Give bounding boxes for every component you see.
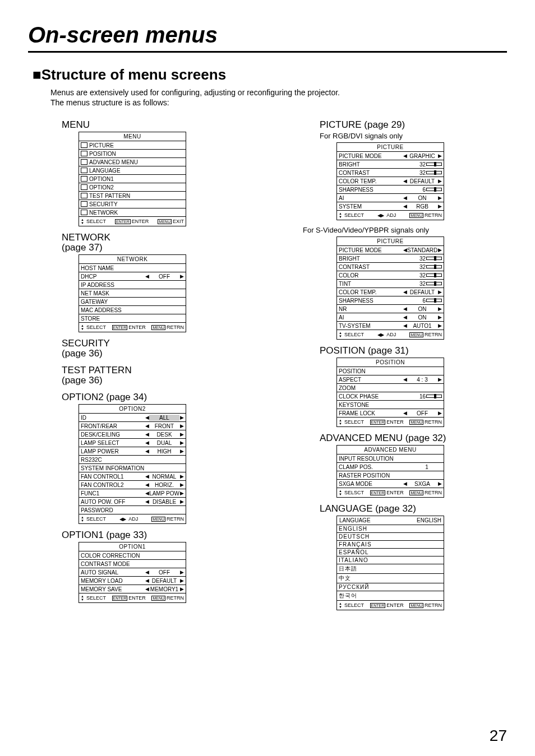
menu-item: OPTION1 bbox=[79, 174, 186, 183]
menu-row: IP ADDRESS bbox=[79, 280, 186, 289]
menu-row: COLOR TEMP.◀DEFAULT▶ bbox=[337, 287, 444, 296]
language-item: РУССКИЙ bbox=[337, 583, 444, 591]
menu-row: AUTO SIGNAL◀OFF▶ bbox=[79, 568, 186, 576]
label-language: LANGUAGE (page 32) bbox=[320, 503, 510, 514]
label-picture-svideo: For S-Video/Video/YPBPR signals only bbox=[303, 226, 510, 234]
menu-row: MAC ADDRESS bbox=[79, 305, 186, 314]
menu-row: BRIGHT32 bbox=[337, 160, 444, 168]
label-menu: MENU bbox=[62, 119, 230, 131]
menu-row: KEYSTONE bbox=[337, 400, 444, 409]
menu-row: SHARPNESS6 bbox=[337, 185, 444, 193]
menu-row: FAN CONTROL2◀HORIZ.▶ bbox=[79, 480, 186, 489]
menu-row: FUNC1◀LAMP POW▶ bbox=[79, 489, 186, 497]
menu-row: CONTRAST32 bbox=[337, 168, 444, 177]
menu-row: PASSWORD bbox=[79, 505, 186, 514]
osd-network: NETWORK HOST NAMEDHCP◀OFF▶IP ADDRESSNET … bbox=[79, 254, 186, 332]
page-title: On-screen menus bbox=[28, 22, 507, 53]
osd-option2: OPTION2 ID◀ALL▶FRONT/REAR◀FRONT▶DESK/CEI… bbox=[79, 404, 186, 524]
language-item: ENGLISH bbox=[337, 525, 444, 532]
menu-item: TEST PATTERN bbox=[79, 191, 186, 200]
menu-row: STORE bbox=[79, 314, 186, 322]
menu-row: FAN CONTROL1◀NORMAL▶ bbox=[79, 472, 186, 480]
menu-item: ADVANCED MENU bbox=[79, 157, 186, 166]
label-security: SECURITY bbox=[62, 338, 230, 349]
menu-row: INPUT RESOLUTION bbox=[337, 454, 444, 462]
menu-row: LAMP POWER◀HIGH▶ bbox=[79, 447, 186, 455]
menu-row: MEMORY LOAD◀DEFAULT▶ bbox=[79, 576, 186, 585]
menu-row: BRIGHT32 bbox=[337, 254, 444, 262]
label-security-page: (page 36) bbox=[62, 348, 230, 359]
label-network-page: (page 37) bbox=[62, 242, 230, 253]
osd-menu-title: MENU bbox=[79, 132, 186, 141]
language-item: FRANÇAIS bbox=[337, 540, 444, 548]
label-picture: PICTURE (page 29) bbox=[320, 119, 510, 131]
menu-item: OPTION2 bbox=[79, 183, 186, 191]
menu-item: LANGUAGE bbox=[79, 166, 186, 174]
menu-row: ZOOM bbox=[337, 383, 444, 392]
menu-row: PICTURE MODE◀STANDARD▶ bbox=[337, 245, 444, 254]
menu-item: SECURITY bbox=[79, 200, 186, 208]
menu-row: SHARPNESS6 bbox=[337, 296, 444, 304]
menu-row: NR◀ON▶ bbox=[337, 304, 444, 313]
menu-row: SXGA MODE◀SXGA▶ bbox=[337, 479, 444, 488]
label-picture-rgb: For RGB/DVI signals only bbox=[320, 132, 510, 140]
menu-row: DESK/CEILING◀DESK▶ bbox=[79, 430, 186, 438]
label-option2: OPTION2 (page 34) bbox=[62, 392, 230, 403]
label-network: NETWORK bbox=[62, 232, 230, 243]
menu-row: AI◀ON▶ bbox=[337, 193, 444, 202]
menu-row: PICTURE MODE◀GRAPHIC▶ bbox=[337, 151, 444, 160]
menu-row: HOST NAME bbox=[79, 263, 186, 272]
menu-row: COLOR CORRECTION bbox=[79, 551, 186, 559]
menu-row: DHCP◀OFF▶ bbox=[79, 272, 186, 280]
osd-advanced: ADVANCED MENU INPUT RESOLUTIONCLAMP POS.… bbox=[336, 445, 444, 498]
menu-row: RASTER POSITION bbox=[337, 471, 444, 479]
osd-position: POSITION POSITIONASPECT◀4 : 3▶ZOOMCLOCK … bbox=[336, 358, 444, 427]
language-item: ITALIANO bbox=[337, 556, 444, 564]
menu-item: PICTURE bbox=[79, 141, 186, 149]
menu-row: CONTRAST MODE bbox=[79, 559, 186, 568]
menu-row: LAMP SELECT◀DUAL▶ bbox=[79, 438, 186, 447]
menu-row: FRAME LOCK◀OFF▶ bbox=[337, 409, 444, 417]
osd-footer: SELECT ENTERENTER MENUEXIT bbox=[79, 216, 186, 226]
menu-row: GATEWAY bbox=[79, 297, 186, 305]
menu-row: FRONT/REAR◀FRONT▶ bbox=[79, 421, 186, 430]
menu-row: TV-SYSTEM◀AUTO1▶ bbox=[337, 321, 444, 330]
osd-menu: MENU PICTUREPOSITIONADVANCED MENULANGUAG… bbox=[79, 132, 186, 226]
language-item: 中文 bbox=[337, 573, 444, 583]
label-advanced: ADVANCED MENU (page 32) bbox=[320, 433, 510, 444]
menu-row: ID◀ALL▶ bbox=[79, 413, 186, 421]
menu-row: TINT32 bbox=[337, 279, 444, 287]
osd-picture-rgb: PICTURE PICTURE MODE◀GRAPHIC▶BRIGHT32 CO… bbox=[336, 142, 444, 220]
label-option1: OPTION1 (page 33) bbox=[62, 530, 230, 541]
language-item: DEUTSCH bbox=[337, 532, 444, 540]
label-testpattern: TEST PATTERN bbox=[62, 365, 230, 376]
menu-row: CONTRAST32 bbox=[337, 262, 444, 271]
language-item: 日本語 bbox=[337, 564, 444, 573]
osd-option1: OPTION1 COLOR CORRECTIONCONTRAST MODEAUT… bbox=[79, 542, 186, 603]
language-item: ESPAÑOL bbox=[337, 548, 444, 556]
language-item: 한국어 bbox=[337, 591, 444, 600]
osd-language: LANGUAGE ENGLISH ENGLISHDEUTSCHFRANÇAISE… bbox=[336, 516, 444, 610]
menu-item: NETWORK bbox=[79, 208, 186, 216]
menu-row: CLOCK PHASE16 bbox=[337, 392, 444, 400]
osd-picture-svideo: PICTURE PICTURE MODE◀STANDARD▶BRIGHT32 C… bbox=[336, 236, 444, 340]
section-title: ■Structure of menu screens bbox=[33, 66, 507, 84]
menu-row: CLAMP POS.1 bbox=[337, 462, 444, 471]
menu-row: POSITION bbox=[337, 367, 444, 375]
intro-line-2: The menus structure is as follows: bbox=[50, 98, 507, 107]
intro-line-1: Menus are extensively used for configuri… bbox=[50, 88, 507, 97]
menu-row: AI◀ON▶ bbox=[337, 313, 444, 321]
label-testpattern-page: (page 36) bbox=[62, 375, 230, 386]
menu-row: AUTO POW. OFF◀DISABLE▶ bbox=[79, 497, 186, 505]
menu-row: SYSTEM INFORMATION bbox=[79, 463, 186, 472]
menu-row: COLOR TEMP.◀DEFAULT▶ bbox=[337, 177, 444, 185]
label-position: POSITION (page 31) bbox=[320, 345, 510, 356]
menu-row: COLOR32 bbox=[337, 271, 444, 279]
menu-row: NET MASK bbox=[79, 289, 186, 297]
menu-row: ASPECT◀4 : 3▶ bbox=[337, 375, 444, 383]
menu-row: MEMORY SAVE◀MEMORY1▶ bbox=[79, 585, 186, 593]
menu-row: SYSTEM◀RGB▶ bbox=[337, 202, 444, 210]
menu-row: RS232C bbox=[79, 455, 186, 463]
menu-item: POSITION bbox=[79, 149, 186, 157]
